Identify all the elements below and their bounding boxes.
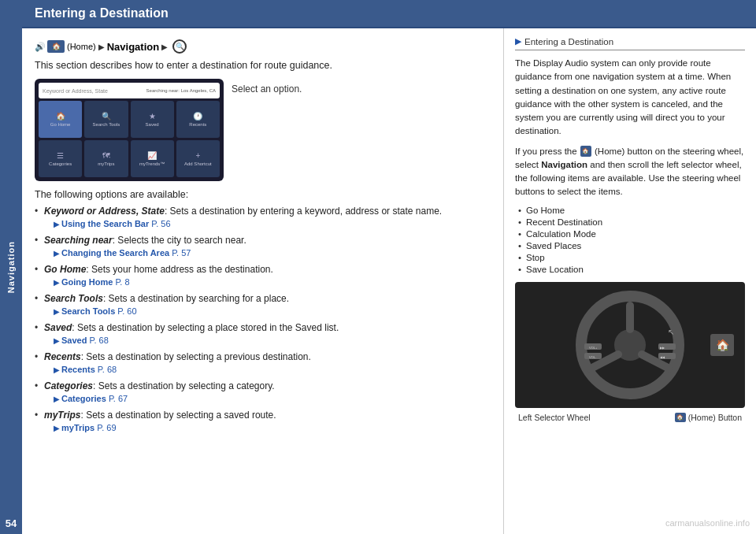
para2-before: If you press the xyxy=(515,146,577,156)
home-button-icon: 🏠 xyxy=(716,339,729,351)
left-column: 🔊 🏠 (Home) ▶ Navigation ▶ 🔍 This section… xyxy=(22,28,504,534)
nav-cell-mytrips: 🗺 myTrips xyxy=(84,140,128,177)
home-icon-small: 🏠 xyxy=(582,147,589,156)
right-list-item-saved-places: Saved Places xyxy=(518,241,745,250)
option-desc: : Sets a destination by selecting a plac… xyxy=(72,322,339,333)
section-arrow-icon: ▶ xyxy=(515,36,521,46)
ref-bold: Recents xyxy=(61,365,95,374)
option-desc: : Sets a destination by selecting a save… xyxy=(80,410,276,421)
steering-caption: Left Selector Wheel 🏠 (Home) Button xyxy=(515,413,745,422)
intro-text: This section describes how to enter a de… xyxy=(35,60,491,71)
right-list-item-stop: Stop xyxy=(518,253,745,262)
svg-text:◀◀: ◀◀ xyxy=(660,355,665,359)
option-term: Search Tools xyxy=(44,293,103,304)
ref-arrow-icon: ▶ xyxy=(54,365,60,374)
right-section-title-text: Entering a Destination xyxy=(524,37,613,46)
nav-cell-mytrends: 📈 myTrends™ xyxy=(131,140,174,177)
right-column: ▶ Entering a Destination The Display Aud… xyxy=(504,28,756,534)
breadcrumb-home-label: (Home) xyxy=(67,42,96,51)
search-tools-label: Search Tools xyxy=(93,122,120,127)
option-desc: : Selects the city to search near. xyxy=(113,235,246,246)
svg-text:↖: ↖ xyxy=(668,328,674,336)
breadcrumb-nav-label: Navigation xyxy=(107,41,159,53)
option-desc: : Sets a destination by searching for a … xyxy=(103,293,289,304)
list-item: Categories: Sets a destination by select… xyxy=(35,380,491,405)
option-desc: : Sets a destination by entering a keywo… xyxy=(165,206,442,217)
nav-cell-go-home: 🏠 Go Home xyxy=(39,101,82,138)
ref-bold: Categories xyxy=(61,394,106,403)
ref-arrow-icon: ▶ xyxy=(54,424,60,432)
ref-bold: Changing the Search Area xyxy=(61,248,169,258)
ref-bold: myTrips xyxy=(61,423,94,432)
option-term: Searching near xyxy=(44,235,113,246)
ref-arrow-icon: ▶ xyxy=(54,395,60,403)
list-item: Recents: Sets a destination by selecting… xyxy=(35,350,491,376)
option-ref: ▶Using the Search Bar P. 56 xyxy=(44,218,491,230)
right-section-title: ▶ Entering a Destination xyxy=(515,36,745,50)
home-button-box: 🏠 xyxy=(710,334,734,356)
option-term: Saved xyxy=(44,322,72,333)
option-ref: ▶Changing the Search Area P. 57 xyxy=(44,247,491,259)
categories-label: Categories xyxy=(49,161,72,166)
right-list-item-calc-mode: Calculation Mode xyxy=(518,229,745,239)
caption-left-text: Left Selector Wheel xyxy=(518,413,591,422)
nav-screenshot: Keyword or Address, State Searching near… xyxy=(35,79,224,181)
content-body: 🔊 🏠 (Home) ▶ Navigation ▶ 🔍 This section… xyxy=(22,28,756,534)
screenshot-area: Keyword or Address, State Searching near… xyxy=(35,79,491,181)
ref-arrow-icon: ▶ xyxy=(54,249,60,258)
breadcrumb-arrow-2: ▶ xyxy=(161,43,168,51)
options-list: Keyword or Address, State: Sets a destin… xyxy=(35,205,491,434)
right-list-item-save-location: Save Location xyxy=(518,265,745,274)
nav-cell-add-shortcut: + Add Shortcut xyxy=(176,140,220,177)
ref-arrow-icon: ▶ xyxy=(54,336,60,345)
options-intro: The following options are available: xyxy=(35,189,491,200)
list-item: myTrips: Sets a destination by selecting… xyxy=(35,409,491,434)
list-item: Searching near: Selects the city to sear… xyxy=(35,234,491,259)
page-number: 54 xyxy=(0,513,22,534)
nav-cell-search-tools: 🔍 Search Tools xyxy=(84,101,128,138)
ref-arrow-icon: ▶ xyxy=(54,220,60,228)
option-ref: ▶Search Tools P. 60 xyxy=(44,306,491,317)
mytrips-icon: 🗺 xyxy=(102,151,110,160)
nav-cell-categories: ☰ Categories xyxy=(39,140,82,177)
list-item: Keyword or Address, State: Sets a destin… xyxy=(35,205,491,230)
option-term: Go Home xyxy=(44,264,86,275)
search-bar-placeholder: Keyword or Address, State xyxy=(43,88,108,94)
list-item: Search Tools: Sets a destination by sear… xyxy=(35,292,491,317)
option-ref: ▶Categories P. 67 xyxy=(44,393,491,405)
para2-nav: Navigation xyxy=(541,160,587,169)
caption-home-icon: 🏠 xyxy=(675,413,686,422)
saved-icon: ★ xyxy=(149,112,156,121)
ref-arrow-icon: ▶ xyxy=(54,278,60,287)
svg-text:VOL-: VOL- xyxy=(589,355,597,359)
page-header: Entering a Destination xyxy=(22,0,756,28)
nav-cell-recents: 🕐 Recents xyxy=(176,101,220,138)
option-desc: : Sets a destination by selecting a prev… xyxy=(81,351,311,362)
add-shortcut-label: Add Shortcut xyxy=(184,161,212,166)
option-desc: : Sets a destination by selecting a cate… xyxy=(93,380,275,391)
option-term: Categories xyxy=(44,380,93,391)
option-ref: ▶Saved P. 68 xyxy=(44,335,491,347)
select-option-text: Select an option. xyxy=(232,79,302,96)
option-term: Recents xyxy=(44,351,81,362)
go-home-icon: 🏠 xyxy=(56,112,65,121)
option-term: myTrips xyxy=(44,410,80,421)
ref-bold: Saved xyxy=(61,336,87,345)
svg-text:VOL+: VOL+ xyxy=(589,346,598,350)
caption-right-text: (Home) Button xyxy=(688,413,742,422)
ref-bold: Search Tools xyxy=(61,306,115,316)
right-para-2: If you press the 🏠 (Home) button on the … xyxy=(515,145,745,199)
caption-right-item: 🏠 (Home) Button xyxy=(675,413,742,422)
list-item: Saved: Sets a destination by selecting a… xyxy=(35,321,491,347)
home-icon: 🏠 xyxy=(47,40,65,53)
caption-home-inner: 🏠 xyxy=(676,414,684,421)
option-ref: ▶Recents P. 68 xyxy=(44,364,491,376)
mytrips-label: myTrips xyxy=(98,161,114,166)
nav-screen-inner: Keyword or Address, State Searching near… xyxy=(35,79,224,181)
right-list: Go Home Recent Destination Calculation M… xyxy=(515,206,745,274)
svg-text:▶▶: ▶▶ xyxy=(660,346,665,350)
recents-label: Recents xyxy=(189,122,206,127)
speaker-icon: 🔊 xyxy=(35,42,46,52)
ref-arrow-icon: ▶ xyxy=(54,307,60,316)
steering-wheel-svg: VOL+ VOL- ▶▶ ◀◀ ↖ xyxy=(575,290,685,400)
